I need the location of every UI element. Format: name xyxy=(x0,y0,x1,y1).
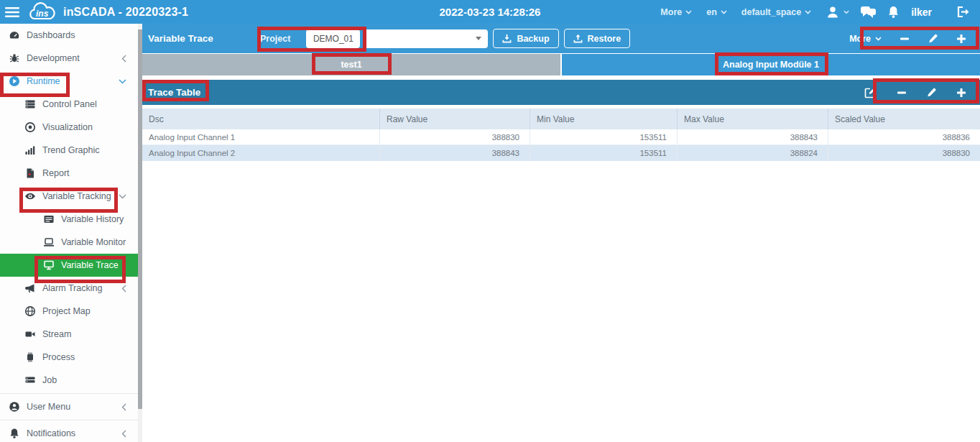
chevron-left-icon xyxy=(121,285,126,293)
restore-button[interactable]: Restore xyxy=(564,29,631,48)
chevron-left-icon xyxy=(121,403,126,411)
collapse-minus-icon[interactable] xyxy=(899,33,910,45)
chevron-down-icon xyxy=(875,37,882,41)
project-select-dropdown[interactable] xyxy=(364,29,488,48)
chevron-left-icon xyxy=(121,55,126,63)
cell-scaled-value: 388830 xyxy=(828,145,980,161)
megaphone-icon xyxy=(24,282,36,294)
bug-icon xyxy=(9,52,20,64)
cell-dsc: Analog Input Channel 1 xyxy=(142,129,379,144)
bell-icon xyxy=(9,428,20,439)
language-dropdown[interactable]: en xyxy=(706,7,727,17)
project-input[interactable] xyxy=(306,29,360,48)
column-header-dsc[interactable]: Dsc xyxy=(142,109,379,129)
gauge-icon xyxy=(9,29,20,41)
column-header-scaled-value[interactable]: Scaled Value xyxy=(828,109,980,129)
server-icon xyxy=(24,374,36,386)
monitor-icon xyxy=(43,259,55,271)
cell-min-value: 153511 xyxy=(530,145,677,161)
column-header-raw-value[interactable]: Raw Value xyxy=(379,109,530,129)
pdf-file-icon xyxy=(24,167,36,179)
chevron-down-icon xyxy=(721,10,727,14)
sidebar-item-process[interactable]: Process xyxy=(0,346,142,369)
add-plus-icon[interactable] xyxy=(956,87,967,98)
table-row[interactable]: Analog Input Channel 2 388843 153511 388… xyxy=(142,145,980,161)
play-circle-icon xyxy=(9,75,20,87)
trace-table-title: Trace Table xyxy=(148,87,200,98)
sidebar-item-variable-monitor[interactable]: Variable Monitor xyxy=(0,231,142,254)
table-row[interactable]: Analog Input Channel 1 388830 153511 388… xyxy=(142,129,980,145)
chip-icon xyxy=(24,351,36,363)
trace-data-table: Dsc Raw Value Min Value Max Value Scaled… xyxy=(142,109,980,161)
sidebar-item-variable-history[interactable]: Variable History xyxy=(0,208,142,231)
edit-square-icon[interactable] xyxy=(864,86,877,98)
sidebar-item-visualization[interactable]: Visualization xyxy=(0,116,142,139)
sidebar-item-trend-graphic[interactable]: Trend Graphic xyxy=(0,139,142,162)
cell-max-value: 388843 xyxy=(677,129,828,144)
trace-table-header-bar: Trace Table xyxy=(142,80,980,105)
sidebar-item-runtime[interactable]: Runtime xyxy=(0,70,142,93)
inscada-cloud-logo-icon: ins xyxy=(27,2,57,22)
username: ilker xyxy=(911,6,932,18)
sidebar-item-notifications[interactable]: Notifications xyxy=(0,422,142,442)
main-content: Variable Trace Project Backup Restore Mo… xyxy=(142,24,980,442)
column-header-min-value[interactable]: Min Value xyxy=(530,109,677,129)
chat-icon[interactable] xyxy=(861,6,876,19)
chevron-down-icon xyxy=(843,10,849,14)
chevron-down-icon xyxy=(119,79,126,84)
globe-icon xyxy=(24,305,36,317)
logout-icon[interactable] xyxy=(956,6,970,18)
chevron-left-icon xyxy=(121,430,126,438)
edit-pencil-icon[interactable] xyxy=(926,87,937,98)
sidebar-item-variable-trace[interactable]: Variable Trace xyxy=(0,254,142,277)
variable-trace-panel-header: Variable Trace Project Backup Restore Mo… xyxy=(142,24,980,53)
sidebar-divider xyxy=(0,393,142,394)
trace-tabs: test1 Analog Input Modüle 1 xyxy=(142,54,980,75)
sidebar-divider xyxy=(0,420,142,420)
sidebar: Dashboards Development Runtime Control P… xyxy=(0,24,142,442)
edit-pencil-icon[interactable] xyxy=(928,33,938,44)
chevron-down-icon xyxy=(685,10,692,14)
eye-icon xyxy=(24,190,36,202)
server-icon xyxy=(24,98,36,110)
top-bar: ins inSCADA - 20220323-1 2022-03-23 14:2… xyxy=(0,0,980,24)
sidebar-item-control-panel[interactable]: Control Panel xyxy=(0,93,142,116)
user-account-menu[interactable] xyxy=(826,5,849,19)
space-dropdown[interactable]: default_space xyxy=(741,7,811,17)
collapse-minus-icon[interactable] xyxy=(896,87,907,98)
sidebar-item-project-map[interactable]: Project Map xyxy=(0,300,142,323)
sidebar-item-development[interactable]: Development xyxy=(0,47,142,70)
chevron-down-icon xyxy=(119,194,126,199)
notifications-bell-icon[interactable] xyxy=(887,6,900,19)
caret-down-icon xyxy=(476,37,481,40)
topbar-more-dropdown[interactable]: More xyxy=(660,7,692,17)
cell-raw-value: 388843 xyxy=(379,145,530,161)
sidebar-item-variable-tracking[interactable]: Variable Tracking xyxy=(0,185,142,208)
chevron-down-icon xyxy=(805,10,811,14)
upload-icon xyxy=(573,34,583,43)
tab-analog-input-module-1[interactable]: Analog Input Modüle 1 xyxy=(562,54,980,75)
column-header-max-value[interactable]: Max Value xyxy=(677,109,828,129)
sidebar-item-user-menu[interactable]: User Menu xyxy=(0,395,142,418)
add-plus-icon[interactable] xyxy=(956,33,967,45)
sidebar-item-job[interactable]: Job xyxy=(0,369,142,392)
table-header-row: Dsc Raw Value Min Value Max Value Scaled… xyxy=(142,109,980,129)
sidebar-item-alarm-tracking[interactable]: Alarm Tracking xyxy=(0,277,142,300)
video-camera-icon xyxy=(24,328,36,340)
cell-scaled-value: 388836 xyxy=(828,129,980,144)
user-icon xyxy=(9,401,20,413)
cell-min-value: 153511 xyxy=(530,129,677,144)
hamburger-menu-icon[interactable] xyxy=(0,0,24,24)
panel-more-dropdown[interactable]: More xyxy=(849,34,882,44)
project-label: Project xyxy=(260,34,290,44)
laptop-icon xyxy=(43,236,55,248)
cell-dsc: Analog Input Channel 2 xyxy=(142,145,379,161)
sidebar-item-stream[interactable]: Stream xyxy=(0,323,142,346)
backup-button[interactable]: Backup xyxy=(493,29,558,48)
cell-max-value: 388824 xyxy=(677,145,828,161)
sidebar-item-dashboards[interactable]: Dashboards xyxy=(0,24,142,47)
sidebar-item-report[interactable]: Report xyxy=(0,162,142,185)
tab-test1[interactable]: test1 xyxy=(142,54,560,75)
svg-text:ins: ins xyxy=(36,9,49,19)
download-icon xyxy=(502,34,512,43)
